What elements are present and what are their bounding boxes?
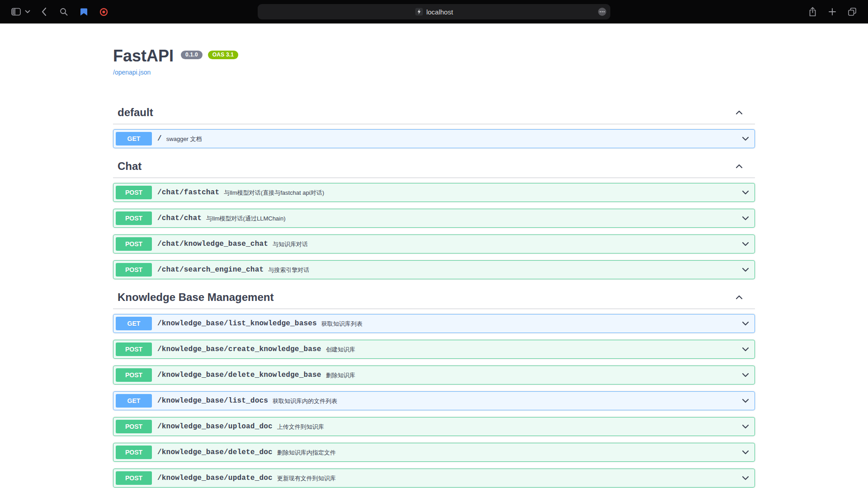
collapse-section-button[interactable] [732, 106, 746, 119]
browser-toolbar: localhost [0, 0, 868, 23]
api-section: default GET / swagger 文档 [113, 101, 755, 148]
expand-endpoint-button[interactable] [739, 394, 752, 408]
method-badge: GET [116, 394, 152, 408]
chevron-down-icon [741, 345, 750, 354]
endpoint-description: 更新现有文件到知识库 [277, 474, 739, 483]
api-title-text: FastAPI [113, 47, 174, 65]
endpoint-list: POST /chat/fastchat 与llm模型对话(直接与fastchat… [113, 183, 755, 279]
expand-endpoint-button[interactable] [739, 471, 752, 485]
tab-overview-button[interactable] [844, 4, 860, 19]
chevron-down-icon [741, 371, 750, 380]
api-info: FastAPI 0.1.0 OAS 3.1 /openapi.json [113, 47, 755, 76]
method-badge: POST [116, 420, 152, 433]
new-tab-button[interactable] [825, 4, 840, 19]
tab-overview-icon [848, 7, 857, 16]
method-badge: POST [116, 186, 152, 199]
share-button[interactable] [805, 4, 820, 19]
address-bar[interactable]: localhost [258, 4, 610, 19]
chevron-down-icon [741, 396, 750, 405]
endpoint-row[interactable]: POST /knowledge_base/create_knowledge_ba… [113, 340, 755, 359]
collapse-section-button[interactable] [732, 291, 746, 304]
endpoint-path: /chat/knowledge_base_chat [152, 240, 273, 248]
sidebar-toggle-button[interactable] [8, 4, 24, 19]
endpoint-summary[interactable]: POST /knowledge_base/upload_doc 上传文件到知识库 [113, 418, 755, 436]
method-badge: POST [116, 211, 152, 225]
expand-endpoint-button[interactable] [739, 186, 752, 199]
method-badge: POST [116, 343, 152, 356]
endpoint-path: /chat/chat [152, 214, 206, 222]
swagger-wrapper: FastAPI 0.1.0 OAS 3.1 /openapi.json defa… [104, 47, 764, 488]
method-badge: POST [116, 237, 152, 251]
method-badge: POST [116, 446, 152, 459]
version-badge: 0.1.0 [181, 51, 203, 59]
endpoint-row[interactable]: POST /chat/chat 与llm模型对话(通过LLMChain) [113, 209, 755, 228]
endpoint-summary[interactable]: POST /knowledge_base/update_doc 更新现有文件到知… [113, 469, 755, 487]
endpoint-description: swagger 文档 [166, 134, 739, 143]
extension-orange-button[interactable] [96, 4, 111, 19]
endpoint-row[interactable]: GET /knowledge_base/list_docs 获取知识库内的文件列… [113, 391, 755, 410]
method-badge: POST [116, 471, 152, 485]
section-header[interactable]: Chat [113, 155, 755, 178]
endpoint-row[interactable]: POST /knowledge_base/upload_doc 上传文件到知识库 [113, 417, 755, 436]
endpoint-description: 与llm模型对话(直接与fastchat api对话) [224, 188, 739, 197]
endpoint-summary[interactable]: POST /chat/search_engine_chat 与搜索引擎对话 [113, 261, 755, 279]
endpoint-row[interactable]: POST /chat/search_engine_chat 与搜索引擎对话 [113, 260, 755, 279]
chevron-down-icon [741, 319, 750, 328]
expand-endpoint-button[interactable] [739, 237, 752, 251]
chevron-up-icon [735, 162, 744, 171]
back-button[interactable] [36, 4, 52, 19]
endpoint-description: 上传文件到知识库 [277, 422, 739, 431]
section-header[interactable]: Knowledge Base Management [113, 286, 755, 309]
endpoint-summary[interactable]: POST /knowledge_base/delete_knowledge_ba… [113, 366, 755, 384]
expand-endpoint-button[interactable] [739, 343, 752, 356]
endpoint-summary[interactable]: POST /knowledge_base/create_knowledge_ba… [113, 340, 755, 358]
extension-blue-button[interactable] [76, 4, 91, 19]
endpoint-description: 与llm模型对话(通过LLMChain) [206, 214, 739, 223]
endpoint-path: /chat/search_engine_chat [152, 266, 268, 274]
chevron-down-icon [25, 10, 30, 14]
expand-endpoint-button[interactable] [739, 132, 752, 145]
method-badge: POST [116, 368, 152, 382]
expand-endpoint-button[interactable] [739, 211, 752, 225]
endpoint-row[interactable]: POST /chat/fastchat 与llm模型对话(直接与fastchat… [113, 183, 755, 202]
endpoint-row[interactable]: GET / swagger 文档 [113, 129, 755, 148]
method-badge: POST [116, 263, 152, 277]
sidebar-chevron-button[interactable] [24, 4, 32, 19]
expand-endpoint-button[interactable] [739, 317, 752, 330]
expand-endpoint-button[interactable] [739, 263, 752, 277]
endpoint-summary[interactable]: POST /chat/knowledge_base_chat 与知识库对话 [113, 235, 755, 253]
expand-endpoint-button[interactable] [739, 446, 752, 459]
search-button[interactable] [56, 4, 71, 19]
page-menu-button[interactable] [598, 7, 607, 16]
chevron-down-icon [741, 239, 750, 249]
page-content: FastAPI 0.1.0 OAS 3.1 /openapi.json defa… [0, 23, 868, 488]
endpoint-row[interactable]: POST /knowledge_base/delete_doc 删除知识库内指定… [113, 443, 755, 462]
endpoint-summary[interactable]: GET /knowledge_base/list_docs 获取知识库内的文件列… [113, 392, 755, 410]
collapse-section-button[interactable] [732, 160, 746, 173]
method-badge: GET [116, 132, 152, 145]
endpoint-row[interactable]: POST /chat/knowledge_base_chat 与知识库对话 [113, 235, 755, 253]
endpoint-description: 与知识库对话 [273, 239, 739, 249]
back-arrow-icon [41, 7, 47, 16]
share-icon [808, 7, 817, 17]
endpoint-row[interactable]: POST /knowledge_base/update_doc 更新现有文件到知… [113, 469, 755, 488]
oas-badge: OAS 3.1 [208, 51, 238, 59]
section-header[interactable]: default [113, 101, 755, 124]
endpoint-summary[interactable]: POST /knowledge_base/delete_doc 删除知识库内指定… [113, 443, 755, 461]
endpoint-description: 删除知识库内指定文件 [277, 448, 739, 457]
expand-endpoint-button[interactable] [739, 420, 752, 433]
endpoint-row[interactable]: GET /knowledge_base/list_knowledge_bases… [113, 314, 755, 333]
openapi-spec-link[interactable]: /openapi.json [113, 69, 151, 76]
endpoint-path: / [152, 135, 166, 143]
endpoint-summary[interactable]: GET / swagger 文档 [113, 130, 755, 148]
endpoint-list: GET / swagger 文档 [113, 129, 755, 148]
endpoint-path: /knowledge_base/list_knowledge_bases [152, 319, 321, 328]
endpoint-summary[interactable]: POST /chat/fastchat 与llm模型对话(直接与fastchat… [113, 183, 755, 202]
endpoint-description: 与搜索引擎对话 [268, 265, 739, 274]
chevron-up-icon [735, 108, 744, 117]
endpoint-summary[interactable]: GET /knowledge_base/list_knowledge_bases… [113, 314, 755, 333]
api-section: Knowledge Base Management GET /knowledge… [113, 286, 755, 488]
endpoint-row[interactable]: POST /knowledge_base/delete_knowledge_ba… [113, 366, 755, 385]
endpoint-summary[interactable]: POST /chat/chat 与llm模型对话(通过LLMChain) [113, 209, 755, 227]
expand-endpoint-button[interactable] [739, 368, 752, 382]
